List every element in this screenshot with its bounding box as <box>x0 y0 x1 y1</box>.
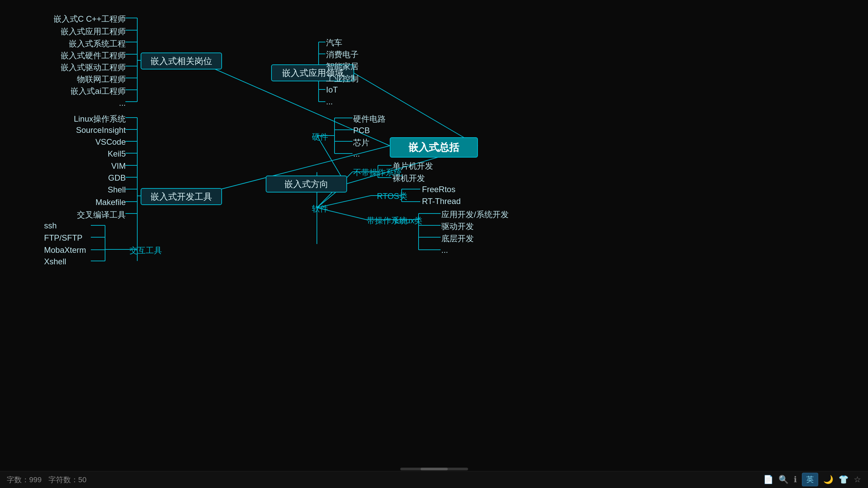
leaf-tools-4: VIM <box>111 161 126 171</box>
leaf-jobs-5: 物联网工程师 <box>77 74 126 85</box>
leaf-no-os-0: 单片机开发 <box>392 161 433 171</box>
icon-info[interactable]: ℹ <box>794 475 797 484</box>
leaf-jobs-3: 嵌入式硬件工程师 <box>61 50 126 61</box>
leaf-rtos-0: FreeRtos <box>422 185 456 194</box>
leaf-tools-2: VSCode <box>96 137 126 147</box>
leaf-hardware-3: ... <box>353 149 360 159</box>
leaf-jobs-1: 嵌入式应用工程师 <box>61 26 126 37</box>
leaf-tools-0: Linux操作系统 <box>74 114 126 124</box>
leaf-rtos-1: RT-Thread <box>422 197 461 206</box>
leaf-interactive-3: Xshell <box>44 257 66 266</box>
leaf-linux-1: 驱动开发 <box>441 221 474 232</box>
leaf-domain-1: 消费电子 <box>326 49 359 60</box>
leaf-tools-1: SourceInsight <box>76 125 126 135</box>
leaf-domain-5: ... <box>326 97 333 106</box>
char-count: 字符数：50 <box>48 475 86 485</box>
leaf-tools-7: Makefile <box>96 198 126 207</box>
leaf-jobs-4: 嵌入式驱动工程师 <box>61 62 126 73</box>
leaf-interactive-0: ssh <box>44 221 57 230</box>
sub-branch-rtos: RTOS类 <box>377 191 407 202</box>
branch-jobs[interactable]: 嵌入式相关岗位 <box>141 53 222 69</box>
leaf-tools-shell: Shell <box>108 185 126 195</box>
leaf-linux-3: ... <box>441 245 448 255</box>
leaf-tools-3: Keil5 <box>108 149 126 159</box>
leaf-linux-2: 底层开发 <box>441 233 474 244</box>
leaf-hardware-1: PCB <box>353 126 370 135</box>
leaf-hardware-2: 芯片 <box>353 137 369 148</box>
leaf-jobs-7: ... <box>119 98 126 108</box>
mind-map-svg <box>0 0 868 488</box>
bottom-right-icons: 📄 🔍 ℹ 英 🌙 👕 ☆ <box>763 473 861 486</box>
leaf-jobs-6: 嵌入式ai工程师 <box>70 86 126 97</box>
leaf-jobs-2: 嵌入式系统工程 <box>69 38 126 49</box>
branch-jobs-label: 嵌入式相关岗位 <box>150 55 212 67</box>
lang-badge[interactable]: 英 <box>802 473 818 486</box>
leaf-no-os-1: 裸机开发 <box>392 173 425 184</box>
branch-direction[interactable]: 嵌入式方向 <box>266 176 347 192</box>
leaf-hardware-0: 硬件电路 <box>353 114 386 124</box>
sub-branch-linux: Linux类 <box>395 215 422 226</box>
sub-branch-hardware: 硬件 <box>312 131 328 142</box>
branch-direction-label: 嵌入式方向 <box>284 178 328 190</box>
mind-map-container: 嵌入式总括 嵌入式相关岗位 嵌入式开发工具 嵌入式应用领域 嵌入式方向 嵌入式C… <box>0 0 868 488</box>
icon-search[interactable]: 🔍 <box>779 475 789 484</box>
branch-tools-label: 嵌入式开发工具 <box>150 191 212 203</box>
sub-branch-interactive: 交互工具 <box>129 245 162 256</box>
leaf-linux-0: 应用开发/系统开发 <box>441 209 509 220</box>
leaf-interactive-2: MobaXterm <box>44 245 86 255</box>
icon-shirt[interactable]: 👕 <box>839 475 849 484</box>
sub-branch-software: 软件 <box>312 203 328 214</box>
leaf-domain-4: IoT <box>326 85 338 95</box>
bottom-bar: 字数：999 字符数：50 📄 🔍 ℹ 英 🌙 👕 ☆ <box>0 471 868 488</box>
leaf-jobs-0: 嵌入式C C++工程师 <box>54 14 126 24</box>
branch-tools[interactable]: 嵌入式开发工具 <box>141 188 222 205</box>
scrollbar[interactable] <box>400 468 468 470</box>
icon-doc[interactable]: 📄 <box>763 475 773 484</box>
word-count: 字数：999 <box>7 475 42 485</box>
leaf-domain-3: 工业控制 <box>326 73 359 84</box>
icon-moon[interactable]: 🌙 <box>823 475 833 484</box>
icon-star[interactable]: ☆ <box>854 475 861 484</box>
leaf-interactive-1: FTP/SFTP <box>44 233 82 243</box>
scrollbar-thumb[interactable] <box>421 468 448 470</box>
leaf-tools-8: 交叉编译工具 <box>77 209 126 220</box>
center-node: 嵌入式总括 <box>390 137 478 158</box>
leaf-tools-5: GDB <box>108 173 126 183</box>
svg-line-2 <box>352 72 478 146</box>
center-label: 嵌入式总括 <box>408 141 459 155</box>
leaf-domain-2: 智能家居 <box>326 61 359 72</box>
leaf-domain-0: 汽车 <box>326 37 342 48</box>
